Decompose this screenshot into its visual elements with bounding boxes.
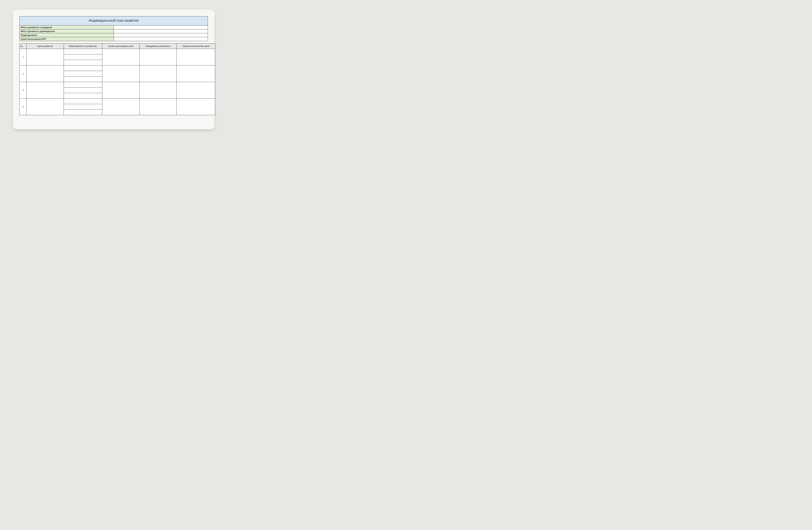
cell-activity[interactable] [64,60,102,65]
col-goal: Цель развития [27,44,64,49]
plan-row: 2 [20,65,215,71]
cell-timeline[interactable] [102,99,140,115]
cell-goal[interactable] [27,65,64,82]
cell-activity[interactable] [64,76,102,82]
cell-goal[interactable] [27,82,64,99]
plan-header-row: № Цель развития Мероприятия по развитию … [20,44,215,49]
cell-activity[interactable] [64,99,102,104]
cell-activity[interactable] [64,93,102,99]
cell-evaluation[interactable] [177,82,215,99]
value-employee[interactable] [114,26,208,29]
cell-activity[interactable] [64,54,102,60]
cell-activity[interactable] [64,49,102,54]
label-department: Подразделение [20,33,114,37]
cell-activity[interactable] [64,82,102,88]
cell-number: 4 [20,99,27,115]
plan-table: № Цель развития Мероприятия по развитию … [19,43,215,115]
label-employee: ФИО и должность сотрудника [20,26,114,29]
cell-evaluation[interactable] [177,99,215,115]
header-table: Индивидуальный план развития ФИО и должн… [19,16,208,41]
cell-results[interactable] [140,82,177,99]
cell-activity[interactable] [64,71,102,76]
label-manager: ФИО и должность руководителя [20,29,114,33]
plan-body: 1 2 [20,49,215,115]
cell-evaluation[interactable] [177,65,215,82]
cell-number: 3 [20,82,27,99]
cell-results[interactable] [140,65,177,82]
cell-timeline[interactable] [102,82,140,99]
document-card: Индивидуальный план развития ФИО и должн… [13,10,214,129]
plan-row: 1 [20,49,215,54]
cell-goal[interactable] [27,99,64,115]
value-manager[interactable] [114,29,208,33]
col-evaluation: Оценка выполнения цели [177,44,215,49]
cell-activity[interactable] [64,109,102,115]
value-department[interactable] [114,33,208,37]
cell-timeline[interactable] [102,49,140,65]
col-number: № [20,44,27,49]
cell-number: 1 [20,49,27,65]
cell-number: 2 [20,65,27,82]
cell-results[interactable] [140,49,177,65]
cell-evaluation[interactable] [177,49,215,65]
col-results: Ожидаемые результаты [140,44,177,49]
cell-goal[interactable] [27,49,64,65]
col-activities: Мероприятия по развитию [64,44,102,49]
cell-activity[interactable] [64,88,102,93]
plan-row: 4 [20,99,215,104]
cell-results[interactable] [140,99,177,115]
document-title: Индивидуальный план развития [20,16,208,26]
cell-timeline[interactable] [102,65,140,82]
label-deadline: Сроки выполнения ИПР [20,37,114,41]
col-timeline: Сроки реализации цели [102,44,140,49]
cell-activity[interactable] [64,104,102,109]
cell-activity[interactable] [64,65,102,71]
value-deadline[interactable] [114,37,208,41]
plan-row: 3 [20,82,215,88]
